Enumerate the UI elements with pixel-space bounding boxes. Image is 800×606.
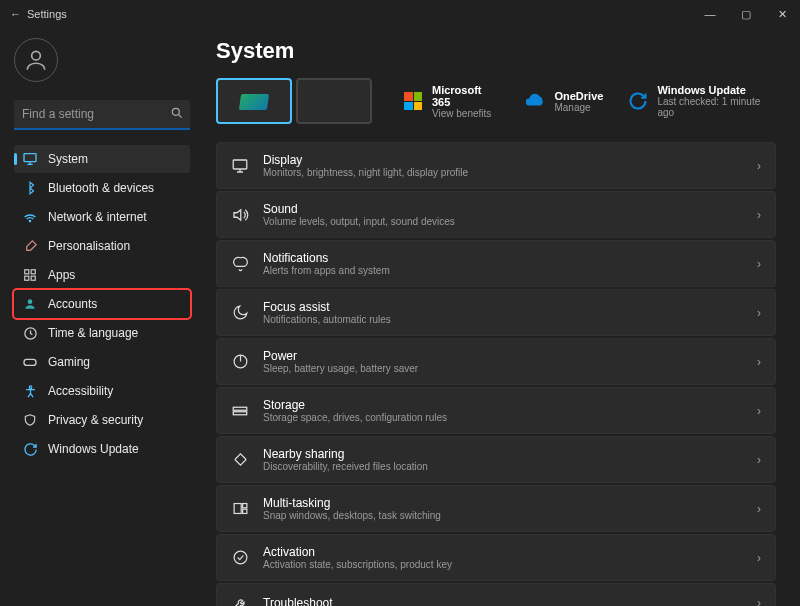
moon-icon (231, 304, 249, 322)
wifi-icon (22, 209, 38, 225)
svg-point-8 (28, 299, 33, 304)
desktop-thumb-1[interactable] (216, 78, 292, 124)
svg-point-11 (29, 385, 32, 388)
svg-rect-12 (233, 160, 247, 169)
promo-onedrive[interactable]: OneDrive Manage (524, 84, 603, 119)
sidebar-item-label: Bluetooth & devices (48, 181, 154, 195)
card-subtitle: Monitors, brightness, night light, displ… (263, 167, 743, 178)
card-power[interactable]: PowerSleep, battery usage, battery saver… (216, 338, 776, 385)
check-circle-icon (231, 549, 249, 567)
desktop-thumbnails (216, 78, 372, 124)
hero-row: Microsoft 365 View benefits OneDrive Man… (216, 78, 776, 124)
storage-icon (231, 402, 249, 420)
settings-list: DisplayMonitors, brightness, night light… (216, 142, 776, 606)
promo-windows-update[interactable]: Windows Update Last checked: 1 minute ag… (627, 84, 776, 119)
bluetooth-icon (22, 180, 38, 196)
search-input[interactable] (14, 100, 190, 130)
card-multitasking[interactable]: Multi-taskingSnap windows, desktops, tas… (216, 485, 776, 532)
sidebar-item-gaming[interactable]: Gaming (14, 348, 190, 376)
close-button[interactable]: ✕ (764, 0, 800, 28)
chevron-right-icon: › (757, 355, 761, 369)
chevron-right-icon: › (757, 596, 761, 606)
sidebar-item-label: Time & language (48, 326, 138, 340)
sidebar-item-personalisation[interactable]: Personalisation (14, 232, 190, 260)
sidebar-item-system[interactable]: System (14, 145, 190, 173)
sidebar-item-label: Personalisation (48, 239, 130, 253)
sidebar-item-label: Windows Update (48, 442, 139, 456)
promo-microsoft365[interactable]: Microsoft 365 View benefits (402, 84, 500, 119)
sidebar-item-accessibility[interactable]: Accessibility (14, 377, 190, 405)
card-title: Notifications (263, 251, 743, 265)
svg-point-19 (234, 551, 247, 564)
maximize-button[interactable]: ▢ (728, 0, 764, 28)
sidebar-item-label: System (48, 152, 88, 166)
chevron-right-icon: › (757, 306, 761, 320)
window-controls: ― ▢ ✕ (692, 0, 800, 28)
apps-icon (22, 267, 38, 283)
card-focus-assist[interactable]: Focus assistNotifications, automatic rul… (216, 289, 776, 336)
card-subtitle: Snap windows, desktops, task switching (263, 510, 743, 521)
gamepad-icon (22, 354, 38, 370)
system-icon (22, 151, 38, 167)
card-nearby-sharing[interactable]: Nearby sharingDiscoverability, received … (216, 436, 776, 483)
sidebar-item-accounts[interactable]: Accounts (14, 290, 190, 318)
svg-rect-2 (24, 154, 36, 162)
chevron-right-icon: › (757, 159, 761, 173)
svg-rect-15 (233, 411, 247, 414)
svg-point-1 (172, 108, 179, 115)
sidebar-item-network[interactable]: Network & internet (14, 203, 190, 231)
chevron-right-icon: › (757, 453, 761, 467)
desktop-thumb-2[interactable] (296, 78, 372, 124)
svg-rect-4 (25, 270, 29, 274)
microsoft365-icon (402, 90, 424, 112)
multitask-icon (231, 500, 249, 518)
svg-rect-5 (31, 270, 35, 274)
svg-rect-17 (242, 504, 246, 508)
sidebar-item-time-language[interactable]: Time & language (14, 319, 190, 347)
chevron-right-icon: › (757, 208, 761, 222)
promo-links: Microsoft 365 View benefits OneDrive Man… (402, 84, 776, 119)
sidebar-item-label: Apps (48, 268, 75, 282)
sidebar-item-privacy[interactable]: Privacy & security (14, 406, 190, 434)
card-title: Power (263, 349, 743, 363)
card-title: Multi-tasking (263, 496, 743, 510)
back-arrow-icon[interactable]: ← (10, 8, 21, 20)
chevron-right-icon: › (757, 404, 761, 418)
chevron-right-icon: › (757, 551, 761, 565)
sidebar-item-windows-update[interactable]: Windows Update (14, 435, 190, 463)
svg-rect-6 (25, 276, 29, 280)
sidebar-item-label: Accessibility (48, 384, 113, 398)
card-display[interactable]: DisplayMonitors, brightness, night light… (216, 142, 776, 189)
card-notifications[interactable]: NotificationsAlerts from apps and system… (216, 240, 776, 287)
card-subtitle: Alerts from apps and system (263, 265, 743, 276)
share-icon (231, 451, 249, 469)
card-title: Display (263, 153, 743, 167)
minimize-button[interactable]: ― (692, 0, 728, 28)
card-title: Activation (263, 545, 743, 559)
onedrive-icon (524, 90, 546, 112)
chevron-right-icon: › (757, 257, 761, 271)
card-storage[interactable]: StorageStorage space, drives, configurat… (216, 387, 776, 434)
card-subtitle: Volume levels, output, input, sound devi… (263, 216, 743, 227)
card-title: Nearby sharing (263, 447, 743, 461)
sidebar-item-label: Accounts (48, 297, 97, 311)
sidebar-item-bluetooth[interactable]: Bluetooth & devices (14, 174, 190, 202)
avatar[interactable] (14, 38, 58, 82)
card-title: Storage (263, 398, 743, 412)
person-icon (22, 296, 38, 312)
sidebar-nav: System Bluetooth & devices Network & int… (14, 144, 190, 464)
promo-title: OneDrive (554, 90, 603, 102)
main-content: System Microsoft 365 View benefits On (200, 28, 800, 606)
card-subtitle: Notifications, automatic rules (263, 314, 743, 325)
card-title: Focus assist (263, 300, 743, 314)
card-troubleshoot[interactable]: Troubleshoot › (216, 583, 776, 606)
sidebar-item-apps[interactable]: Apps (14, 261, 190, 289)
promo-title: Windows Update (657, 84, 776, 96)
sound-icon (231, 206, 249, 224)
card-activation[interactable]: ActivationActivation state, subscription… (216, 534, 776, 581)
window-title: Settings (27, 8, 67, 20)
promo-subtitle: Last checked: 1 minute ago (657, 96, 776, 118)
power-icon (231, 353, 249, 371)
card-sound[interactable]: SoundVolume levels, output, input, sound… (216, 191, 776, 238)
svg-rect-14 (233, 407, 247, 410)
